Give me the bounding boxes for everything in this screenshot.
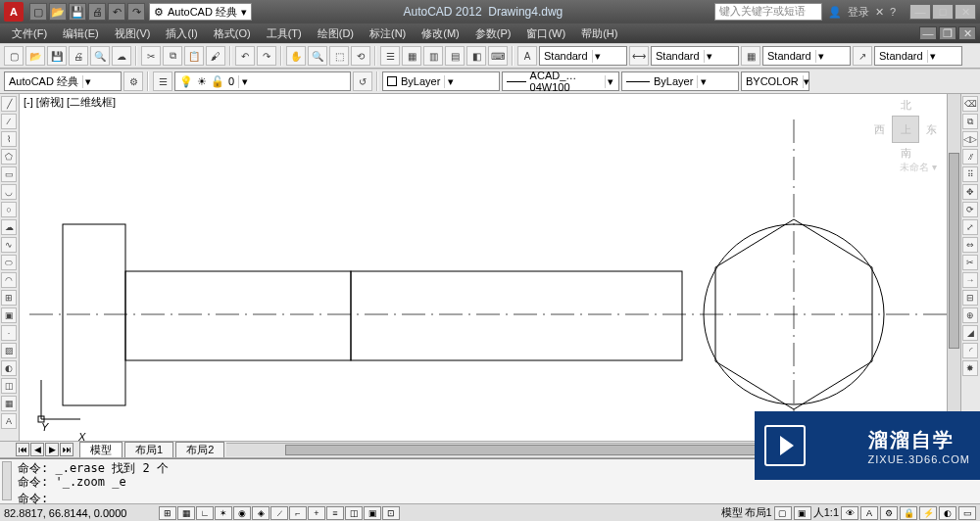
status-tab-layout1[interactable]: 布局1 — [745, 505, 772, 520]
copy-obj-icon[interactable]: ⧉ — [962, 114, 978, 129]
tab-model[interactable]: 模型 — [79, 442, 122, 457]
vertical-scrollbar[interactable] — [947, 94, 960, 427]
zoom-prev-icon[interactable]: ⟲ — [351, 46, 370, 66]
workspace-settings-icon[interactable]: ⚙ — [123, 71, 143, 91]
ortho-toggle[interactable]: ∟ — [196, 506, 214, 520]
redo-icon[interactable]: ↷ — [257, 46, 276, 66]
calc-icon[interactable]: ⌨ — [488, 46, 508, 66]
revcloud-icon[interactable]: ☁ — [1, 219, 17, 235]
maximize-button[interactable]: □ — [932, 4, 954, 20]
erase-icon[interactable]: ⌫ — [962, 96, 978, 112]
annotation-scale[interactable]: 人1:1 — [813, 505, 839, 520]
offset-icon[interactable]: ⫽ — [962, 149, 978, 165]
viewcube[interactable]: 北 南 西 东 上 — [874, 98, 937, 161]
drawing-canvas[interactable]: [-] [俯视] [二维线框] Y X 北 南 西 东 — [20, 94, 960, 441]
tab-layout2[interactable]: 布局2 — [175, 442, 224, 457]
lock-ui-icon[interactable]: 🔒 — [900, 506, 917, 520]
gradient-icon[interactable]: ◐ — [1, 360, 17, 376]
tab-last-button[interactable]: ⏭ — [60, 443, 74, 456]
layer-combo[interactable]: 💡 ☀ 🔓 0 ▾ — [174, 71, 351, 91]
text-style-combo[interactable]: Standard▾ — [539, 46, 627, 66]
break-icon[interactable]: ⊟ — [962, 290, 978, 306]
help-icon[interactable]: ? — [890, 6, 896, 18]
hardware-accel-icon[interactable]: ⚡ — [919, 506, 937, 520]
copy-icon[interactable]: ⧉ — [163, 46, 182, 66]
dyn-toggle[interactable]: + — [308, 506, 325, 520]
rectangle-icon[interactable]: ▭ — [1, 166, 17, 182]
command-line-handle[interactable] — [2, 461, 12, 500]
ducs-toggle[interactable]: ⌐ — [289, 506, 307, 520]
undo-icon[interactable]: ↶ — [108, 3, 125, 21]
chamfer-icon[interactable]: ◢ — [962, 325, 978, 341]
point-icon[interactable]: · — [1, 325, 17, 341]
trim-icon[interactable]: ✂ — [962, 255, 978, 270]
menu-draw[interactable]: 绘图(D) — [310, 26, 362, 41]
stretch-icon[interactable]: ⇔ — [962, 237, 978, 253]
command-input[interactable] — [48, 493, 976, 506]
dimstyle-icon[interactable]: ⟷ — [629, 46, 649, 66]
publish-icon[interactable]: ☁ — [112, 46, 131, 66]
new-icon[interactable]: ▢ — [4, 46, 24, 66]
menu-param[interactable]: 参数(P) — [467, 26, 519, 41]
anno-visibility-icon[interactable]: 👁 — [841, 506, 858, 520]
move-icon[interactable]: ✥ — [962, 184, 978, 200]
status-tab-model[interactable]: 模型 — [721, 505, 743, 520]
close-button[interactable]: ✕ — [955, 4, 976, 20]
maximize-vp-icon[interactable]: ▣ — [794, 506, 811, 520]
color-combo[interactable]: ByLayer▾ — [382, 71, 500, 91]
sc-toggle[interactable]: ⊡ — [382, 506, 400, 520]
anno-autoscale-icon[interactable]: A — [860, 506, 878, 520]
table-icon[interactable]: ▦ — [1, 396, 17, 411]
app-logo[interactable]: A — [4, 2, 24, 22]
workspace-switch-icon[interactable]: ⚙ — [880, 506, 898, 520]
polar-toggle[interactable]: ✶ — [215, 506, 232, 520]
arc-icon[interactable]: ◡ — [1, 184, 17, 200]
menu-file[interactable]: 文件(F) — [4, 26, 55, 41]
qp-toggle[interactable]: ▣ — [364, 506, 381, 520]
block-icon[interactable]: ▣ — [1, 308, 17, 323]
lwt-toggle[interactable]: ≡ — [326, 506, 344, 520]
print-icon[interactable]: 🖨 — [88, 3, 106, 21]
exchange-icon[interactable]: ✕ — [875, 6, 884, 19]
rotate-icon[interactable]: ⟳ — [962, 202, 978, 217]
workspace-combo-2[interactable]: AutoCAD 经典▾ — [4, 71, 122, 91]
menu-dimension[interactable]: 标注(N) — [362, 26, 414, 41]
tab-first-button[interactable]: ⏮ — [16, 443, 29, 456]
undo-icon[interactable]: ↶ — [235, 46, 255, 66]
tab-next-button[interactable]: ▶ — [45, 443, 59, 456]
minimize-button[interactable]: — — [909, 4, 931, 20]
circle-icon[interactable]: ○ — [1, 202, 17, 217]
matchprop-icon[interactable]: 🖌 — [206, 46, 225, 66]
doc-close-button[interactable]: ✕ — [958, 26, 976, 40]
menu-insert[interactable]: 插入(I) — [158, 26, 205, 41]
otrack-toggle[interactable]: ⟋ — [270, 506, 288, 520]
table-style-combo[interactable]: Standard▾ — [762, 46, 851, 66]
menu-edit[interactable]: 编辑(E) — [55, 26, 107, 41]
menu-format[interactable]: 格式(O) — [206, 26, 259, 41]
lineweight-combo[interactable]: ByLayer▾ — [621, 71, 739, 91]
explode-icon[interactable]: ✸ — [962, 360, 978, 376]
viewcube-east[interactable]: 东 — [926, 122, 937, 137]
login-label[interactable]: 登录 — [848, 5, 869, 20]
viewcube-north[interactable]: 北 — [901, 98, 911, 113]
menu-window[interactable]: 窗口(W) — [518, 26, 573, 41]
viewcube-top[interactable]: 上 — [892, 116, 919, 143]
toolpalettes-icon[interactable]: ▥ — [423, 46, 443, 66]
snap-toggle[interactable]: ⊞ — [159, 506, 176, 520]
pline-icon[interactable]: ⌇ — [1, 131, 17, 147]
mtext-icon[interactable]: A — [1, 413, 17, 429]
tablestyle-icon[interactable]: ▦ — [741, 46, 760, 66]
zoom-realtime-icon[interactable]: 🔍 — [308, 46, 327, 66]
dim-style-combo[interactable]: Standard▾ — [651, 46, 739, 66]
grid-toggle[interactable]: ▦ — [177, 506, 195, 520]
layer-properties-icon[interactable]: ☰ — [153, 71, 172, 91]
cut-icon[interactable]: ✂ — [141, 46, 161, 66]
quickview-icon[interactable]: ▢ — [774, 506, 792, 520]
save-icon[interactable]: 💾 — [69, 3, 86, 21]
insert-icon[interactable]: ⊞ — [1, 290, 17, 306]
linetype-combo[interactable]: ACAD_…04W100▾ — [502, 71, 619, 91]
menu-view[interactable]: 视图(V) — [107, 26, 159, 41]
line-icon[interactable]: ╱ — [1, 96, 17, 112]
tab-prev-button[interactable]: ◀ — [30, 443, 44, 456]
menu-tools[interactable]: 工具(T) — [259, 26, 310, 41]
